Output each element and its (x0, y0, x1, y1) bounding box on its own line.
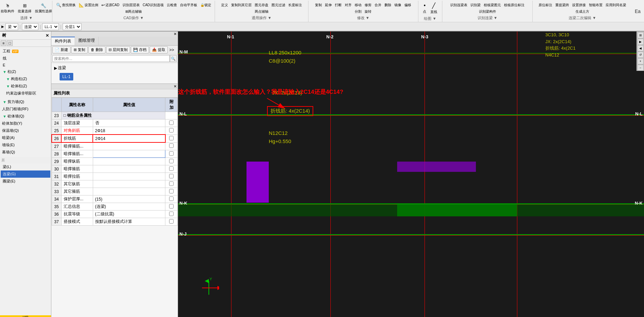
mini-btn-1[interactable]: ⊞ (637, 32, 644, 38)
pickup-btn[interactable]: 🖱拾取构件 (0, 2, 16, 15)
prop-addon[interactable] (165, 165, 178, 173)
split-btn[interactable]: 分割 (353, 9, 363, 15)
mini-btn-6[interactable]: − (637, 65, 644, 71)
identify-beam-btn[interactable]: 识别梁 (469, 2, 482, 8)
define-btn[interactable]: 定义 (220, 2, 229, 8)
inplace-note-btn[interactable]: 原位标注 (537, 2, 554, 8)
prop-value-fold[interactable]: 2Φ14 (93, 135, 165, 142)
prop-value-edit[interactable] (93, 150, 165, 158)
sidebar-item-qitijiafu[interactable]: 砼体加肋(Y) (1, 120, 50, 127)
comp-search-btn[interactable]: 🔍 (170, 55, 177, 62)
auto-level-btn[interactable]: 自动平齐板 (179, 2, 199, 8)
move-btn[interactable]: 移动 (353, 2, 363, 8)
prop-value[interactable]: (二级抗震) (93, 211, 165, 218)
sidebar-close-btn[interactable]: ✕ (46, 33, 49, 38)
sidebar-item-lianliang[interactable]: 连梁(G) (1, 170, 50, 178)
prop-addon[interactable] (165, 195, 178, 203)
mini-btn-5[interactable]: + (637, 58, 644, 64)
sidebar-item-liang[interactable]: 梁(L) (1, 163, 50, 170)
verify-beam-btn[interactable]: 校核梁图元 (482, 2, 502, 8)
sidebar-item-jianli[interactable]: ▼ 剪力墙(Q) (1, 98, 50, 105)
mirror-btn[interactable]: 镜像 (393, 2, 403, 8)
copy-to-layer-btn[interactable]: 复制到其它层 (230, 2, 253, 8)
prop-addon[interactable] (165, 142, 178, 150)
merge-btn[interactable]: 合并 (373, 2, 383, 8)
beam-subtype-select[interactable]: 连梁 (22, 23, 38, 30)
delete-btn[interactable]: 删除 (383, 2, 393, 8)
prop-value[interactable]: (连梁) (93, 203, 165, 211)
prop-value[interactable] (93, 180, 165, 188)
prop-addon[interactable] (165, 127, 178, 135)
sidebar-item-baowenqiang[interactable]: 保温墙(Q) (1, 127, 50, 134)
sidebar-item-bianjing[interactable]: 约束边缘非明影区 (1, 90, 50, 97)
prop-addon[interactable] (165, 173, 178, 180)
sidebar-item-biandun[interactable]: 墻垛(E) (1, 141, 50, 149)
tab-component-list[interactable]: 构件列表 (51, 37, 75, 45)
comp-more-btn[interactable]: >> (168, 48, 175, 52)
cad-options-btn[interactable]: CAD识别选项 (141, 2, 165, 8)
sidebar-item-engineering[interactable]: 工程VIP (1, 48, 50, 55)
list-view-btn[interactable]: □ (7, 40, 13, 46)
prop-addon[interactable] (165, 180, 178, 188)
sidebar-item-quanliang[interactable]: 圈梁(E) (1, 178, 50, 185)
twopoint-aux-btn[interactable]: 两点辅轴 (253, 9, 270, 15)
sidebar-item-gangtizhu[interactable]: ▼ 砼体柱(Z) (1, 83, 50, 90)
prop-addon[interactable] (165, 203, 178, 211)
prop-value[interactable]: 2Φ18 (93, 127, 165, 135)
length-mark-btn[interactable]: 长度标注 (287, 2, 303, 8)
sidebar-item-e[interactable]: E (1, 62, 50, 68)
verify-note-btn[interactable]: 校核原位标注 (503, 2, 526, 8)
sidebar-item-anmo[interactable]: 暗梁(A) (1, 134, 50, 141)
break-btn[interactable]: 打断 (333, 2, 343, 8)
save-elem-btn[interactable]: 图元存盘 (253, 2, 270, 8)
prop-value[interactable] (93, 165, 165, 173)
prop-value[interactable] (93, 173, 165, 180)
extend-btn[interactable]: 延伸 (324, 2, 333, 8)
comp-copy-btn[interactable]: ⊞ 复制 (71, 46, 88, 53)
two-point-btn[interactable]: ⊞两点辅轴 (124, 9, 143, 15)
comp-fetch-btn[interactable]: 📥 提取 (150, 46, 168, 53)
prop-value[interactable] (93, 142, 165, 150)
gen-earthwork-btn[interactable]: 生成土方 (574, 9, 591, 15)
batch-select-btn[interactable]: ⊞批量选择 (16, 2, 33, 15)
identify-beam-comp-btn[interactable]: 识别梁构件 (478, 9, 497, 15)
prop-value[interactable] (93, 158, 165, 165)
elem-filter-btn[interactable]: 图元过滤 (270, 2, 287, 8)
comp-item-ll1[interactable]: LL-1 (60, 73, 73, 80)
comp-panel-close[interactable]: ✕ (174, 32, 177, 36)
beam-type-select[interactable]: 梁 (5, 23, 18, 30)
attr-select-btn[interactable]: 🔧按属性选择 (34, 2, 53, 15)
comp-group-lianliang[interactable]: ▶连梁 (53, 64, 176, 72)
prop-addon[interactable] (165, 150, 178, 158)
mini-btn-2[interactable]: ▶ (637, 39, 644, 45)
prop-addon[interactable] (165, 188, 178, 195)
sidebar-item-line[interactable]: 线 (1, 55, 50, 62)
set-splice-btn[interactable]: 设置拼接 (571, 2, 587, 8)
prop-input-28[interactable] (95, 152, 163, 156)
layer-select[interactable]: 分层1 (63, 23, 81, 30)
point-btn[interactable]: •点 (421, 1, 428, 15)
apply-same-btn[interactable]: 应用到同名梁 (604, 2, 628, 8)
find-replace-btn[interactable]: 🔍查找替换 (55, 2, 77, 8)
mini-btn-4[interactable]: ↺ (637, 52, 644, 58)
copy-btn[interactable]: 复制 (314, 2, 323, 8)
prop-addon[interactable] (165, 158, 178, 165)
sidebar-item-qitiqiang[interactable]: ▼ 砼体墙(Q) (1, 113, 50, 120)
prop-value[interactable]: (15) (93, 195, 165, 203)
smart-layout-btn[interactable]: 智能布置 (588, 2, 604, 8)
restore-cad-btn[interactable]: ↩还原CAD (100, 2, 121, 8)
comp-save-btn[interactable]: 💾 存档 (131, 46, 149, 53)
re-span-btn[interactable]: 重提梁跨 (554, 2, 570, 8)
align-btn[interactable]: 对齐 (343, 2, 353, 8)
comp-new-btn[interactable]: 📄 新建 (52, 46, 71, 53)
cloud-check-btn[interactable]: 云检查 (165, 2, 178, 8)
sidebar-item-muqiang[interactable]: 幕墙(Q) (1, 149, 50, 156)
set-scale-btn[interactable]: 📐设置比例 (77, 2, 100, 8)
prop-value[interactable]: 否 (93, 119, 165, 127)
rotate-btn[interactable]: 旋转 (363, 9, 373, 15)
comp-search-input[interactable] (52, 55, 170, 62)
sidebar-item-gouzaozhu[interactable]: ▼ 构造柱(Z) (1, 75, 50, 83)
cad-canvas[interactable]: N-1 N-2 N-3 N-M N-L N-K N-J N-L N-K 3C10… (178, 31, 644, 317)
prop-addon[interactable] (165, 211, 178, 218)
prop-value[interactable] (93, 188, 165, 195)
